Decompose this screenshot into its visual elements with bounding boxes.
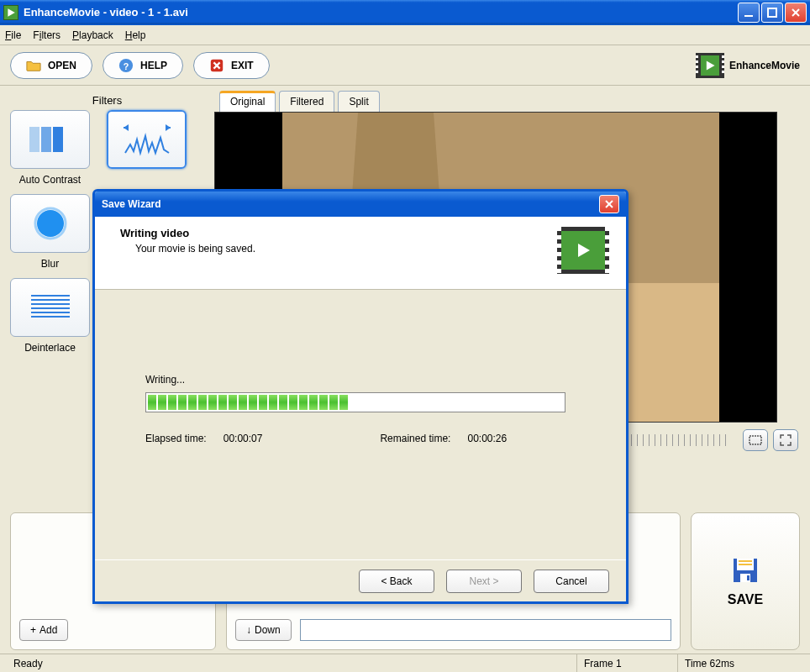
writing-label: Writing... bbox=[145, 374, 576, 386]
remained-value: 00:00:26 bbox=[467, 433, 507, 444]
tab-original[interactable]: Original bbox=[219, 91, 276, 112]
dialog-body: Writing... Elapsed time:00:00:07 Remaine… bbox=[95, 290, 626, 559]
svg-rect-12 bbox=[41, 127, 51, 152]
blur-icon bbox=[29, 207, 71, 240]
crop-button[interactable] bbox=[743, 429, 768, 451]
histogram-icon bbox=[122, 121, 172, 158]
dialog-titlebar: Save Wizard bbox=[95, 192, 626, 217]
filter-label: Deinterlace bbox=[24, 342, 76, 354]
filter-label: Auto Contrast bbox=[19, 174, 81, 186]
folder-icon bbox=[26, 58, 41, 73]
svg-text:?: ? bbox=[124, 60, 129, 71]
menu-playback[interactable]: Playback bbox=[72, 29, 113, 41]
help-button[interactable]: ? HELP bbox=[103, 52, 183, 79]
statusbar: Ready Frame 1 Time 62ms bbox=[0, 654, 810, 672]
menubar: File Filters Playback Help bbox=[0, 25, 810, 45]
titlebar: EnhanceMovie - video - 1 - 1.avi bbox=[0, 0, 810, 25]
dialog-header: Writing video Your movie is being saved. bbox=[95, 217, 626, 290]
dialog-subheading: Your movie is being saved. bbox=[120, 243, 557, 255]
app-icon bbox=[3, 5, 18, 20]
menu-help[interactable]: Help bbox=[125, 29, 146, 41]
crop-icon bbox=[749, 435, 762, 445]
filter-auto-contrast[interactable] bbox=[10, 110, 90, 169]
svg-rect-30 bbox=[739, 564, 752, 565]
down-arrow-icon: ↓ bbox=[246, 624, 251, 636]
svg-marker-0 bbox=[8, 8, 14, 17]
close-button[interactable] bbox=[785, 3, 807, 23]
svg-marker-10 bbox=[707, 60, 715, 70]
elapsed-value: 00:00:07 bbox=[224, 433, 263, 444]
fullscreen-icon bbox=[780, 434, 792, 446]
film-icon bbox=[557, 227, 609, 274]
open-button[interactable]: OPEN bbox=[10, 52, 92, 79]
window-title: EnhanceMovie - video - 1 - 1.avi bbox=[24, 6, 738, 18]
svg-rect-13 bbox=[53, 127, 63, 152]
svg-marker-35 bbox=[578, 244, 590, 257]
add-button[interactable]: +Add bbox=[19, 619, 68, 641]
svg-marker-16 bbox=[124, 124, 129, 131]
brand-label: EnhanceMovie bbox=[729, 60, 800, 71]
help-label: HELP bbox=[140, 60, 167, 71]
deinterlace-icon bbox=[28, 292, 73, 323]
settings-input[interactable] bbox=[300, 619, 671, 641]
filter-histogram[interactable] bbox=[107, 110, 187, 169]
down-label: Down bbox=[255, 624, 281, 636]
svg-rect-32 bbox=[747, 575, 750, 580]
save-icon bbox=[730, 555, 760, 585]
remained-label: Remained time: bbox=[380, 433, 450, 444]
svg-rect-11 bbox=[29, 127, 39, 152]
help-icon: ? bbox=[118, 58, 134, 73]
toolbar: OPEN ? HELP EXIT EnhanceMovie bbox=[0, 45, 810, 86]
minimize-button[interactable] bbox=[738, 3, 760, 23]
menu-file[interactable]: File bbox=[5, 29, 21, 41]
menu-filters[interactable]: Filters bbox=[33, 29, 60, 41]
svg-rect-26 bbox=[750, 436, 761, 444]
status-time: Time 62ms bbox=[677, 654, 803, 672]
back-button[interactable]: < Back bbox=[359, 570, 434, 593]
exit-icon bbox=[209, 58, 224, 73]
svg-rect-1 bbox=[744, 15, 753, 17]
dialog-footer: < Back Next > Cancel bbox=[95, 559, 626, 601]
dialog-heading: Writing video bbox=[120, 227, 557, 239]
svg-marker-17 bbox=[166, 124, 171, 131]
add-label: Add bbox=[39, 624, 57, 636]
dialog-close-button[interactable] bbox=[599, 195, 619, 213]
filter-blur[interactable] bbox=[10, 194, 90, 253]
down-button[interactable]: ↓Down bbox=[235, 619, 292, 641]
fullscreen-button[interactable] bbox=[773, 429, 798, 451]
progress-bar bbox=[145, 392, 565, 412]
status-ready: Ready bbox=[7, 654, 576, 672]
svg-rect-29 bbox=[739, 560, 752, 562]
dialog-title: Save Wizard bbox=[102, 198, 599, 210]
exit-label: EXIT bbox=[231, 60, 254, 71]
tab-filtered[interactable]: Filtered bbox=[279, 91, 334, 112]
tab-split[interactable]: Split bbox=[338, 91, 379, 112]
filters-header: Filters bbox=[10, 91, 204, 110]
next-button[interactable]: Next > bbox=[446, 570, 522, 593]
status-frame: Frame 1 bbox=[576, 654, 677, 672]
brand: EnhanceMovie bbox=[696, 53, 800, 78]
elapsed-label: Elapsed time: bbox=[145, 433, 207, 444]
filter-label: Blur bbox=[41, 258, 59, 270]
filter-deinterlace[interactable] bbox=[10, 278, 90, 337]
open-label: OPEN bbox=[48, 60, 76, 71]
svg-rect-2 bbox=[768, 8, 776, 17]
maximize-button[interactable] bbox=[761, 3, 783, 23]
brand-icon bbox=[696, 53, 724, 78]
close-icon bbox=[604, 199, 614, 209]
plus-icon: + bbox=[30, 624, 36, 636]
svg-point-18 bbox=[37, 210, 64, 237]
save-button[interactable]: SAVE bbox=[691, 512, 800, 650]
save-wizard-dialog: Save Wizard Writing video Your movie is … bbox=[92, 189, 629, 604]
exit-button[interactable]: EXIT bbox=[193, 52, 270, 79]
auto-contrast-icon bbox=[29, 123, 71, 156]
cancel-button[interactable]: Cancel bbox=[534, 570, 609, 593]
save-label: SAVE bbox=[728, 592, 763, 607]
